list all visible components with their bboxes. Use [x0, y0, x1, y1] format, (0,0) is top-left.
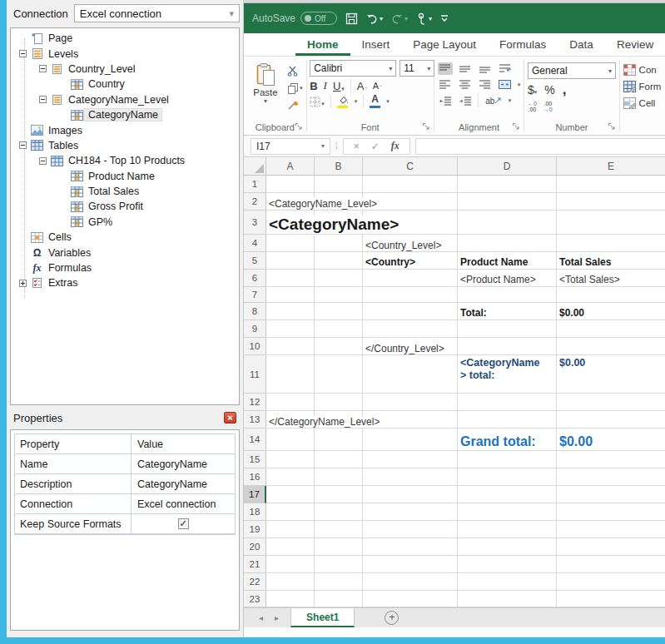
- row-header-11[interactable]: 11: [244, 355, 266, 394]
- collapse-icon[interactable]: [39, 157, 47, 165]
- cell-D4[interactable]: [458, 235, 557, 252]
- row-header-16[interactable]: 16: [244, 468, 266, 486]
- cell-D14[interactable]: Grand total:: [458, 429, 557, 451]
- cell-A22[interactable]: [266, 573, 315, 591]
- cell-E12[interactable]: [557, 394, 665, 411]
- cut-button[interactable]: [287, 64, 303, 77]
- row-header-14[interactable]: 14: [244, 429, 266, 451]
- save-button[interactable]: [345, 12, 358, 25]
- cell-E7[interactable]: [557, 287, 665, 303]
- row-header-13[interactable]: 13: [244, 411, 266, 429]
- cell-E23[interactable]: [557, 591, 665, 607]
- column-header-b[interactable]: B: [315, 157, 363, 176]
- tree-item-gp-[interactable]: GP%: [11, 215, 239, 230]
- connection-dropdown[interactable]: Excel connection ▾: [74, 4, 240, 22]
- cell-D20[interactable]: [458, 538, 557, 556]
- tree-item-ch184-top-10-products[interactable]: CH184 - Top 10 Products: [11, 153, 239, 168]
- cell-B16[interactable]: [315, 468, 363, 486]
- tab-insert[interactable]: Insert: [350, 35, 402, 56]
- merge-center-button[interactable]: [498, 78, 513, 91]
- property-value[interactable]: ✓: [132, 514, 235, 533]
- cell-A8[interactable]: [266, 303, 315, 320]
- cell-E13[interactable]: [557, 411, 665, 429]
- cell-C7[interactable]: [363, 287, 458, 303]
- cell-B11[interactable]: [315, 355, 363, 394]
- cell-E19[interactable]: [557, 521, 665, 538]
- cell-D18[interactable]: [458, 503, 557, 521]
- cell-A14[interactable]: [266, 429, 315, 451]
- tree-item-formulas[interactable]: fxFormulas: [11, 260, 239, 275]
- cell-C21[interactable]: [363, 556, 458, 573]
- name-box[interactable]: I17 ▾: [251, 138, 330, 155]
- tab-review[interactable]: Review: [605, 35, 665, 56]
- cell-C15[interactable]: [363, 451, 458, 468]
- orientation-dropdown-icon[interactable]: ▾: [509, 97, 512, 104]
- cell-E1[interactable]: [557, 176, 665, 193]
- row-header-21[interactable]: 21: [244, 556, 266, 573]
- copy-dropdown-icon[interactable]: ▾: [300, 85, 303, 92]
- cell-C14[interactable]: [363, 429, 458, 451]
- cell-A21[interactable]: [266, 556, 315, 573]
- cell-A5[interactable]: [266, 252, 315, 270]
- close-icon[interactable]: ×: [224, 412, 236, 424]
- bottom-align-button[interactable]: [478, 62, 493, 75]
- cell-E2[interactable]: [557, 193, 665, 211]
- collapse-icon[interactable]: [39, 65, 47, 72]
- align-right-button[interactable]: [478, 78, 493, 91]
- insert-function-button[interactable]: fx: [391, 140, 399, 152]
- cell-B17[interactable]: [315, 486, 363, 503]
- cell-D13[interactable]: [458, 411, 557, 429]
- cell-A7[interactable]: [266, 287, 315, 303]
- cell-E11[interactable]: $0.00: [557, 355, 665, 394]
- align-left-button[interactable]: [438, 78, 453, 91]
- row-header-17[interactable]: 17: [244, 486, 266, 503]
- cell-C18[interactable]: [363, 503, 458, 521]
- cell-B23[interactable]: [315, 591, 363, 607]
- underline-button[interactable]: U▾: [333, 80, 345, 92]
- paste-dropdown-icon[interactable]: ▾: [264, 97, 267, 105]
- tree-item-images[interactable]: Images: [11, 122, 239, 137]
- copy-button[interactable]: ▾: [287, 82, 303, 95]
- row-header-10[interactable]: 10: [244, 338, 266, 355]
- cell-E16[interactable]: [557, 468, 665, 486]
- enter-button[interactable]: ✓: [371, 141, 380, 152]
- cell-D19[interactable]: [458, 521, 557, 538]
- cell-D1[interactable]: [458, 176, 557, 193]
- tab-formulas[interactable]: Formulas: [488, 35, 558, 56]
- cell-E22[interactable]: [557, 573, 665, 591]
- cell-D7[interactable]: [458, 287, 557, 303]
- cell-styles-button[interactable]: Cell: [623, 97, 662, 109]
- middle-align-button[interactable]: [458, 62, 473, 75]
- cell-D8[interactable]: Total:: [458, 303, 557, 320]
- fill-color-button[interactable]: [337, 96, 349, 108]
- cell-B5[interactable]: [315, 252, 363, 270]
- tree-item-tables[interactable]: Tables: [11, 138, 239, 153]
- add-sheet-button[interactable]: +: [385, 611, 399, 625]
- tree-expander[interactable]: [36, 65, 50, 72]
- cell-D22[interactable]: [458, 573, 557, 591]
- row-header-19[interactable]: 19: [244, 521, 266, 538]
- row-header-2[interactable]: 2: [244, 193, 266, 211]
- collapse-icon[interactable]: [19, 141, 27, 149]
- cell-D23[interactable]: [458, 591, 557, 607]
- cancel-button[interactable]: ×: [354, 141, 360, 152]
- tree-expander[interactable]: [36, 96, 50, 103]
- cell-A12[interactable]: [266, 394, 315, 411]
- row-header-5[interactable]: 5: [244, 252, 266, 270]
- autosave-switch[interactable]: Off: [300, 12, 337, 25]
- increase-decimal-button[interactable]: ←0.00: [528, 101, 537, 112]
- redo-button[interactable]: ▾: [391, 13, 408, 24]
- row-header-9[interactable]: 9: [244, 320, 266, 338]
- italic-button[interactable]: I: [324, 79, 327, 92]
- fill-color-dropdown-icon[interactable]: ▾: [355, 98, 358, 105]
- cell-C8[interactable]: [363, 303, 458, 320]
- top-align-button[interactable]: [438, 62, 453, 75]
- cell-A15[interactable]: [266, 451, 315, 468]
- row-header-1[interactable]: 1: [244, 176, 266, 193]
- cell-E15[interactable]: [557, 451, 665, 468]
- accounting-format-button[interactable]: $▾: [528, 83, 537, 97]
- font-color-button[interactable]: A: [370, 95, 380, 108]
- tree-expander[interactable]: [16, 141, 30, 149]
- tree-expander[interactable]: [16, 50, 30, 57]
- grow-font-button[interactable]: Aˆ: [357, 80, 367, 92]
